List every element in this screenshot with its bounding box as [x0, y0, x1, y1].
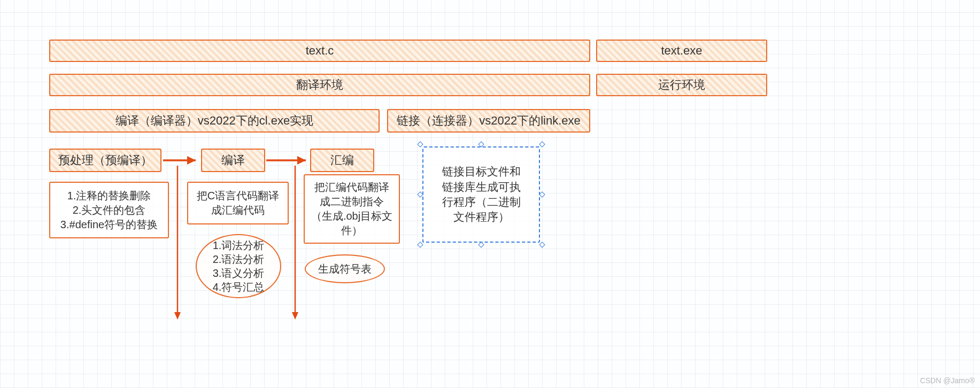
- stage-compile-detail: 把C语言代码翻译 成汇编代码: [187, 182, 289, 224]
- box-compiler: 编译（编译器）vs2022下的cl.exe实现: [49, 109, 380, 133]
- stage-link-detail[interactable]: 链接目标文件和 链接库生成可执 行程序（二进制 文件程序）: [422, 146, 540, 243]
- stage-preprocess-detail: 1.注释的替换删除 2.头文件的包含 3.#define符号的替换: [49, 182, 169, 238]
- box-executable: text.exe: [596, 40, 767, 62]
- watermark: CSDN @Jamo®: [920, 376, 975, 385]
- svg-marker-0: [187, 156, 196, 165]
- oval-compile-analysis: 1.词法分析 2.语法分析 3.语义分析 4.符号汇总: [196, 234, 281, 298]
- stage-compile-title: 编译: [201, 149, 265, 172]
- stage-preprocess-title: 预处理（预编译）: [49, 149, 161, 172]
- box-runtime-env: 运行环境: [596, 74, 767, 96]
- svg-marker-3: [292, 312, 298, 320]
- svg-marker-1: [297, 156, 306, 165]
- selection-handles: [420, 144, 542, 245]
- stage-assemble-detail: 把汇编代码翻译 成二进制指令 （生成.obj目标文 件）: [304, 174, 400, 244]
- stage-assemble-title: 汇编: [310, 149, 374, 172]
- oval-symbol-table: 生成符号表: [305, 254, 385, 283]
- box-linker: 链接（连接器）vs2022下的link.exe: [387, 109, 590, 133]
- box-translate-env: 翻译环境: [49, 74, 590, 96]
- box-source-file: text.c: [49, 40, 590, 62]
- svg-marker-2: [174, 312, 181, 320]
